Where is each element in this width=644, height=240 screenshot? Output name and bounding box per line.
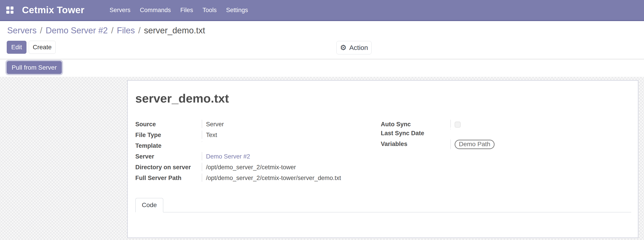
- field-value: Server Server: [202, 120, 381, 128]
- form-background: server_demo.txt Source Server Server: [0, 77, 644, 240]
- apps-grid-dot: [6, 6, 10, 10]
- field-label: Template: [135, 141, 202, 149]
- breadcrumb-link[interactable]: Servers: [7, 26, 36, 35]
- field-value: [202, 141, 381, 142]
- breadcrumb-link[interactable]: Files: [117, 26, 135, 35]
- nav-item-files[interactable]: Files: [180, 0, 193, 21]
- apps-grid-icon[interactable]: [6, 6, 14, 14]
- variable-tag: Demo Path: [454, 140, 494, 149]
- breadcrumb-separator: /: [138, 26, 141, 35]
- breadcrumb-separator: /: [40, 26, 42, 35]
- nav-item-servers[interactable]: Servers: [110, 0, 130, 21]
- edit-button[interactable]: Edit: [7, 41, 26, 54]
- notebook-tabs: Code: [135, 198, 631, 213]
- field-value: Demo Server #2 Demo Server #2: [202, 152, 381, 160]
- field-value-text[interactable]: /opt/demo_server_2/cetmix-tower/server_d…: [206, 175, 341, 181]
- apps-grid-dot: [10, 6, 14, 10]
- field-value: /opt/demo_server_2/cetmix-tower/server_d…: [202, 173, 381, 182]
- field-value-text[interactable]: Demo Server #2: [206, 153, 250, 160]
- field-value-text[interactable]: Server: [206, 121, 224, 128]
- field-row-directory-on-server: Directory on server /opt/demo_server_2/c…: [135, 163, 381, 173]
- field-row-server: Server Demo Server #2 Demo Server #2: [135, 152, 381, 163]
- field-value-text[interactable]: Text: [206, 132, 217, 138]
- field-value-text[interactable]: /opt/demo_server_2/cetmix-tower: [206, 164, 296, 171]
- apps-grid-dot: [6, 11, 10, 14]
- field-label: Auto Sync: [381, 120, 450, 128]
- apps-grid-dot: [10, 11, 14, 14]
- pull-from-server-button[interactable]: Pull from Server: [7, 61, 62, 74]
- field-value: Demo Path Demo Path: [450, 139, 631, 149]
- breadcrumb-links: Servers/Demo Server #2/Files/: [7, 26, 144, 35]
- right-field-group: Auto Sync Last Sync Date: [381, 120, 631, 150]
- nav-item-commands[interactable]: Commands: [140, 0, 171, 21]
- form-sheet: server_demo.txt Source Server Server: [127, 80, 638, 238]
- crumb-demo-server-2: Demo Server #2/: [46, 26, 117, 35]
- brand-title[interactable]: Cetmix Tower: [22, 5, 84, 15]
- left-field-group: Source Server Server File Type Text: [135, 120, 381, 184]
- field-value: Text Text: [202, 130, 381, 139]
- crumb-servers: Servers/: [7, 26, 46, 35]
- control-panel-divider: [0, 59, 644, 59]
- field-value: [450, 120, 631, 128]
- breadcrumb: Servers/Demo Server #2/Files/server_demo…: [7, 25, 205, 35]
- app-window: Cetmix Tower ServersCommandsFilesToolsSe…: [0, 0, 644, 240]
- nav-item-tools[interactable]: Tools: [202, 0, 216, 21]
- main-menu: ServersCommandsFilesToolsSettings: [110, 0, 248, 21]
- action-button[interactable]: ⚙ Action: [336, 41, 372, 54]
- breadcrumb-link[interactable]: Demo Server #2: [46, 26, 108, 35]
- field-label: Variables: [381, 139, 450, 148]
- field-label: Source: [135, 120, 202, 128]
- auto-sync-checkbox[interactable]: [454, 121, 461, 128]
- nav-item-settings[interactable]: Settings: [226, 0, 248, 21]
- tab-code[interactable]: Code: [135, 198, 163, 213]
- field-label: Last Sync Date: [381, 129, 450, 137]
- field-row-source: Source Server Server: [135, 120, 381, 130]
- field-groups: Source Server Server File Type Text: [135, 120, 631, 184]
- field-row-file-type: File Type Text Text: [135, 130, 381, 141]
- field-row-auto-sync: Auto Sync: [381, 120, 631, 129]
- crumb-files: Files/: [117, 26, 144, 35]
- breadcrumb-current: server_demo.txt: [144, 26, 205, 35]
- create-button[interactable]: Create: [29, 41, 56, 54]
- field-row-full-server-path: Full Server Path /opt/demo_server_2/cetm…: [135, 173, 381, 184]
- field-value: [450, 129, 631, 129]
- field-label: Full Server Path: [135, 173, 202, 182]
- main-navbar: Cetmix Tower ServersCommandsFilesToolsSe…: [0, 0, 644, 21]
- page-title: server_demo.txt: [135, 91, 229, 105]
- field-value: /opt/demo_server_2/cetmix-tower /opt/dem…: [202, 163, 381, 171]
- field-label: Directory on server: [135, 163, 202, 171]
- field-row-last-sync-date: Last Sync Date: [381, 129, 631, 139]
- action-button-label: Action: [350, 44, 368, 51]
- field-label: File Type: [135, 130, 202, 139]
- field-label: Server: [135, 152, 202, 160]
- gear-icon: ⚙: [340, 44, 347, 51]
- field-row-variables: Variables Demo Path Demo Path: [381, 139, 631, 150]
- field-row-template: Template: [135, 141, 381, 152]
- breadcrumb-separator: /: [111, 26, 114, 35]
